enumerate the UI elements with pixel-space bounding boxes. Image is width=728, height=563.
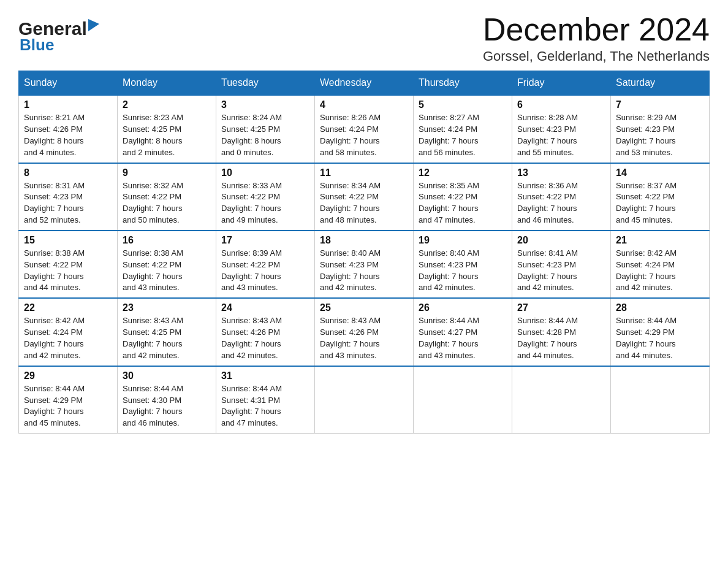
- calendar-header-saturday: Saturday: [611, 71, 710, 96]
- day-info: Sunrise: 8:23 AMSunset: 4:25 PMDaylight:…: [123, 112, 211, 158]
- day-number: 25: [320, 302, 408, 313]
- day-number: 6: [517, 99, 605, 110]
- day-number: 22: [24, 302, 112, 313]
- calendar-cell: 22 Sunrise: 8:42 AMSunset: 4:24 PMDaylig…: [19, 298, 118, 366]
- cell-content: 25 Sunrise: 8:43 AMSunset: 4:26 PMDaylig…: [320, 302, 408, 361]
- day-info: Sunrise: 8:32 AMSunset: 4:22 PMDaylight:…: [123, 180, 211, 226]
- svg-marker-0: [88, 19, 99, 31]
- calendar-cell: 24 Sunrise: 8:43 AMSunset: 4:26 PMDaylig…: [216, 298, 315, 366]
- day-info: Sunrise: 8:24 AMSunset: 4:25 PMDaylight:…: [221, 112, 309, 158]
- cell-content: 18 Sunrise: 8:40 AMSunset: 4:23 PMDaylig…: [320, 235, 408, 294]
- cell-content: 24 Sunrise: 8:43 AMSunset: 4:26 PMDaylig…: [221, 302, 309, 361]
- cell-content: 13 Sunrise: 8:36 AMSunset: 4:22 PMDaylig…: [517, 167, 605, 226]
- calendar-cell: 1 Sunrise: 8:21 AMSunset: 4:26 PMDayligh…: [19, 95, 118, 163]
- page-header: General Blue December 2024 Gorssel, Geld…: [18, 12, 710, 64]
- day-info: Sunrise: 8:21 AMSunset: 4:26 PMDaylight:…: [24, 112, 112, 158]
- day-info: Sunrise: 8:44 AMSunset: 4:29 PMDaylight:…: [616, 315, 704, 361]
- calendar-week-row: 1 Sunrise: 8:21 AMSunset: 4:26 PMDayligh…: [19, 95, 710, 163]
- cell-content: 14 Sunrise: 8:37 AMSunset: 4:22 PMDaylig…: [616, 167, 704, 226]
- calendar-cell: [512, 366, 611, 434]
- calendar-cell: 2 Sunrise: 8:23 AMSunset: 4:25 PMDayligh…: [118, 95, 216, 163]
- day-number: 19: [419, 235, 507, 246]
- day-number: 28: [616, 302, 704, 313]
- day-info: Sunrise: 8:29 AMSunset: 4:23 PMDaylight:…: [616, 112, 704, 158]
- calendar-header-tuesday: Tuesday: [216, 71, 315, 96]
- day-number: 17: [221, 235, 309, 246]
- logo-triangle-icon: [88, 19, 99, 31]
- calendar-week-row: 29 Sunrise: 8:44 AMSunset: 4:29 PMDaylig…: [19, 366, 710, 434]
- cell-content: 6 Sunrise: 8:28 AMSunset: 4:23 PMDayligh…: [517, 99, 605, 158]
- cell-content: 15 Sunrise: 8:38 AMSunset: 4:22 PMDaylig…: [24, 235, 112, 294]
- calendar-cell: 5 Sunrise: 8:27 AMSunset: 4:24 PMDayligh…: [414, 95, 512, 163]
- calendar-table: SundayMondayTuesdayWednesdayThursdayFrid…: [18, 71, 710, 434]
- day-info: Sunrise: 8:42 AMSunset: 4:24 PMDaylight:…: [24, 315, 112, 361]
- cell-content: 30 Sunrise: 8:44 AMSunset: 4:30 PMDaylig…: [123, 370, 211, 429]
- day-number: 21: [616, 235, 704, 246]
- calendar-cell: 25 Sunrise: 8:43 AMSunset: 4:26 PMDaylig…: [315, 298, 414, 366]
- day-number: 23: [123, 302, 211, 313]
- day-info: Sunrise: 8:43 AMSunset: 4:26 PMDaylight:…: [320, 315, 408, 361]
- day-number: 1: [24, 99, 112, 110]
- cell-content: 10 Sunrise: 8:33 AMSunset: 4:22 PMDaylig…: [221, 167, 309, 226]
- day-number: 3: [221, 99, 309, 110]
- calendar-cell: 17 Sunrise: 8:39 AMSunset: 4:22 PMDaylig…: [216, 231, 315, 298]
- calendar-cell: 21 Sunrise: 8:42 AMSunset: 4:24 PMDaylig…: [611, 231, 710, 298]
- calendar-cell: [611, 366, 710, 434]
- calendar-cell: 19 Sunrise: 8:40 AMSunset: 4:23 PMDaylig…: [414, 231, 512, 298]
- calendar-cell: 8 Sunrise: 8:31 AMSunset: 4:23 PMDayligh…: [19, 163, 118, 231]
- calendar-header-friday: Friday: [512, 71, 611, 96]
- cell-content: 8 Sunrise: 8:31 AMSunset: 4:23 PMDayligh…: [24, 167, 112, 226]
- cell-content: 3 Sunrise: 8:24 AMSunset: 4:25 PMDayligh…: [221, 99, 309, 158]
- calendar-cell: 7 Sunrise: 8:29 AMSunset: 4:23 PMDayligh…: [611, 95, 710, 163]
- day-info: Sunrise: 8:44 AMSunset: 4:27 PMDaylight:…: [419, 315, 507, 361]
- day-number: 9: [123, 167, 211, 178]
- day-number: 15: [24, 235, 112, 246]
- cell-content: 27 Sunrise: 8:44 AMSunset: 4:28 PMDaylig…: [517, 302, 605, 361]
- calendar-week-row: 8 Sunrise: 8:31 AMSunset: 4:23 PMDayligh…: [19, 163, 710, 231]
- cell-content: 1 Sunrise: 8:21 AMSunset: 4:26 PMDayligh…: [24, 99, 112, 158]
- day-number: 13: [517, 167, 605, 178]
- calendar-cell: 20 Sunrise: 8:41 AMSunset: 4:23 PMDaylig…: [512, 231, 611, 298]
- calendar-cell: 3 Sunrise: 8:24 AMSunset: 4:25 PMDayligh…: [216, 95, 315, 163]
- day-number: 14: [616, 167, 704, 178]
- calendar-cell: 10 Sunrise: 8:33 AMSunset: 4:22 PMDaylig…: [216, 163, 315, 231]
- calendar-cell: 9 Sunrise: 8:32 AMSunset: 4:22 PMDayligh…: [118, 163, 216, 231]
- cell-content: 4 Sunrise: 8:26 AMSunset: 4:24 PMDayligh…: [320, 99, 408, 158]
- day-info: Sunrise: 8:42 AMSunset: 4:24 PMDaylight:…: [616, 248, 704, 294]
- calendar-cell: 27 Sunrise: 8:44 AMSunset: 4:28 PMDaylig…: [512, 298, 611, 366]
- day-number: 4: [320, 99, 408, 110]
- calendar-cell: 23 Sunrise: 8:43 AMSunset: 4:25 PMDaylig…: [118, 298, 216, 366]
- day-number: 12: [419, 167, 507, 178]
- day-info: Sunrise: 8:43 AMSunset: 4:26 PMDaylight:…: [221, 315, 309, 361]
- calendar-cell: 14 Sunrise: 8:37 AMSunset: 4:22 PMDaylig…: [611, 163, 710, 231]
- calendar-header-wednesday: Wednesday: [315, 71, 414, 96]
- calendar-cell: 11 Sunrise: 8:34 AMSunset: 4:22 PMDaylig…: [315, 163, 414, 231]
- calendar-cell: 26 Sunrise: 8:44 AMSunset: 4:27 PMDaylig…: [414, 298, 512, 366]
- cell-content: 22 Sunrise: 8:42 AMSunset: 4:24 PMDaylig…: [24, 302, 112, 361]
- day-info: Sunrise: 8:44 AMSunset: 4:29 PMDaylight:…: [24, 383, 112, 429]
- cell-content: 31 Sunrise: 8:44 AMSunset: 4:31 PMDaylig…: [221, 370, 309, 429]
- calendar-cell: [315, 366, 414, 434]
- day-info: Sunrise: 8:27 AMSunset: 4:24 PMDaylight:…: [419, 112, 507, 158]
- cell-content: 26 Sunrise: 8:44 AMSunset: 4:27 PMDaylig…: [419, 302, 507, 361]
- day-info: Sunrise: 8:39 AMSunset: 4:22 PMDaylight:…: [221, 248, 309, 294]
- day-info: Sunrise: 8:34 AMSunset: 4:22 PMDaylight:…: [320, 180, 408, 226]
- logo: General Blue: [18, 18, 99, 55]
- calendar-cell: 29 Sunrise: 8:44 AMSunset: 4:29 PMDaylig…: [19, 366, 118, 434]
- day-info: Sunrise: 8:44 AMSunset: 4:30 PMDaylight:…: [123, 383, 211, 429]
- cell-content: 28 Sunrise: 8:44 AMSunset: 4:29 PMDaylig…: [616, 302, 704, 361]
- logo-name-blue: Blue: [18, 36, 54, 55]
- calendar-cell: 28 Sunrise: 8:44 AMSunset: 4:29 PMDaylig…: [611, 298, 710, 366]
- day-number: 26: [419, 302, 507, 313]
- day-number: 24: [221, 302, 309, 313]
- cell-content: 17 Sunrise: 8:39 AMSunset: 4:22 PMDaylig…: [221, 235, 309, 294]
- calendar-cell: 4 Sunrise: 8:26 AMSunset: 4:24 PMDayligh…: [315, 95, 414, 163]
- day-number: 31: [221, 370, 309, 381]
- cell-content: 19 Sunrise: 8:40 AMSunset: 4:23 PMDaylig…: [419, 235, 507, 294]
- calendar-cell: 31 Sunrise: 8:44 AMSunset: 4:31 PMDaylig…: [216, 366, 315, 434]
- cell-content: 29 Sunrise: 8:44 AMSunset: 4:29 PMDaylig…: [24, 370, 112, 429]
- calendar-week-row: 15 Sunrise: 8:38 AMSunset: 4:22 PMDaylig…: [19, 231, 710, 298]
- cell-content: 5 Sunrise: 8:27 AMSunset: 4:24 PMDayligh…: [419, 99, 507, 158]
- day-info: Sunrise: 8:28 AMSunset: 4:23 PMDaylight:…: [517, 112, 605, 158]
- cell-content: 23 Sunrise: 8:43 AMSunset: 4:25 PMDaylig…: [123, 302, 211, 361]
